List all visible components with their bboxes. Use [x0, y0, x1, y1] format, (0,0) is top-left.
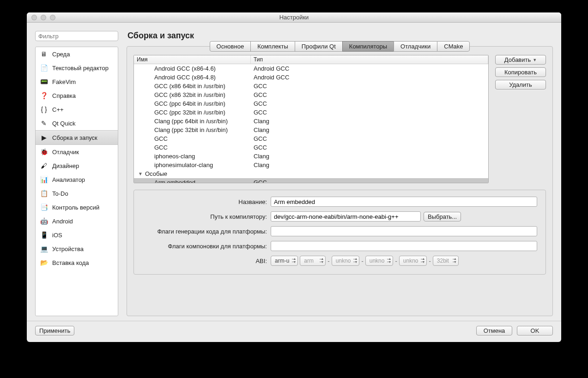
main-pane: Основное Комплекты Профили Qt Компилятор…	[127, 46, 553, 316]
vcs-icon: 📑	[39, 203, 48, 211]
table-row[interactable]: Android GCC (x86-4.8)Android GCC	[134, 73, 488, 82]
window-title: Настройки	[27, 14, 561, 21]
titlebar: Настройки	[27, 12, 561, 23]
android-icon: 🤖	[39, 217, 48, 225]
ios-icon: 📱	[39, 231, 48, 239]
traffic-lights	[27, 15, 55, 20]
stepper-icon: ▲▼	[321, 257, 324, 264]
sidebar: 🖥Среда 📄Текстовый редактор 📟FakeVim ❓Спр…	[35, 47, 118, 316]
sidebar-item-cpp[interactable]: { }C++	[36, 102, 118, 116]
pane-inner: Имя Тип Android GCC (x86-4.6)Android GCC…	[127, 55, 552, 316]
abi-arch-select[interactable]: arm▲▼	[300, 256, 326, 266]
tab-kits[interactable]: Комплекты	[250, 41, 295, 52]
sidebar-item-build-run[interactable]: ▶Сборка и запуск	[36, 130, 118, 145]
table-row[interactable]: Android GCC (x86-4.6)Android GCC	[134, 64, 488, 73]
table-row[interactable]: Clang (ppc 32bit in /usr/bin)Clang	[134, 126, 488, 134]
add-button[interactable]: Добавить▼	[495, 55, 546, 65]
bug-icon: 🐞	[39, 148, 48, 156]
ok-button[interactable]: OK	[517, 326, 553, 336]
sidebar-item-designer[interactable]: 🖌Дизайнер	[36, 159, 118, 173]
left-column: 🖥Среда 📄Текстовый редактор 📟FakeVim ❓Спр…	[35, 31, 118, 316]
top-row: Имя Тип Android GCC (x86-4.6)Android GCC…	[133, 55, 546, 183]
sidebar-item-label: Сборка и запуск	[52, 134, 97, 141]
delete-button[interactable]: Удалить	[495, 80, 546, 90]
th-type[interactable]: Тип	[251, 55, 488, 64]
link-flags-input[interactable]	[271, 241, 537, 251]
page-title: Сборка и запуск	[127, 31, 553, 41]
sidebar-item-text-editor[interactable]: 📄Текстовый редактор	[36, 61, 118, 75]
browse-button[interactable]: Выбрать...	[424, 212, 461, 222]
disclosure-triangle-icon[interactable]: ▼	[138, 170, 143, 178]
compiler-form: Название: Путь к компилятору: Выбрать...…	[133, 190, 546, 275]
sidebar-item-debugger[interactable]: 🐞Отладчик	[36, 145, 118, 159]
abi-preset-select[interactable]: arm-u▲▼	[271, 256, 298, 266]
stepper-icon: ▲▼	[293, 257, 296, 264]
tab-compilers[interactable]: Компиляторы	[342, 41, 394, 52]
table-row[interactable]: GCC (x86 64bit in /usr/bin)GCC	[134, 82, 488, 90]
compiler-path-input[interactable]	[271, 211, 421, 222]
abi-flavor-select[interactable]: unkno▲▼	[365, 256, 394, 266]
sidebar-item-analyzer[interactable]: 📊Анализатор	[36, 173, 118, 186]
sidebar-item-label: Справка	[52, 92, 76, 99]
sidebar-item-label: Android	[52, 218, 73, 225]
sidebar-item-android[interactable]: 🤖Android	[36, 214, 118, 228]
table-row[interactable]: GCC (x86 32bit in /usr/bin)GCC	[134, 90, 488, 99]
sidebar-item-todo[interactable]: 📋To-Do	[36, 186, 118, 200]
settings-window: Настройки 🖥Среда 📄Текстовый редактор 📟Fa…	[27, 12, 561, 342]
apply-button[interactable]: Применить	[35, 326, 74, 336]
abi-format-select[interactable]: unkno▲▼	[399, 256, 427, 266]
abi-os-select[interactable]: unkno▲▼	[332, 256, 360, 266]
tab-general[interactable]: Основное	[210, 41, 251, 52]
abi-width-select[interactable]: 32bit▲▼	[433, 256, 459, 266]
document-icon: 📄	[39, 64, 48, 72]
cancel-button[interactable]: Отмена	[476, 326, 512, 336]
close-icon[interactable]	[31, 15, 37, 20]
minimize-icon[interactable]	[41, 15, 46, 20]
codegen-flags-input[interactable]	[271, 226, 537, 236]
table-row[interactable]: GCCGCC	[134, 134, 488, 143]
snippets-icon: 📂	[39, 258, 48, 267]
table-row[interactable]: iphoneos-clangClang	[134, 152, 488, 161]
codegen-flags-label: Флаги генерации кода для платформы:	[142, 228, 267, 235]
table-group-custom[interactable]: ▼Особые	[134, 169, 488, 178]
footer: Применить Отмена OK	[27, 321, 561, 342]
cpp-icon: { }	[39, 105, 48, 114]
table-row[interactable]: GCC (ppc 64bit in /usr/bin)GCC	[134, 99, 488, 108]
sidebar-item-label: Отладчик	[52, 149, 79, 156]
th-name[interactable]: Имя	[134, 55, 251, 64]
sidebar-item-label: Анализатор	[52, 176, 85, 183]
sidebar-item-help[interactable]: ❓Справка	[36, 89, 118, 102]
filter-input[interactable]	[35, 31, 118, 41]
sidebar-item-devices[interactable]: 💻Устройства	[36, 242, 118, 256]
abi-label: ABI:	[142, 258, 267, 264]
monitor-icon: 🖥	[39, 50, 48, 58]
stepper-icon: ▲▼	[454, 257, 457, 264]
table-row[interactable]: iphonesimulator-clangClang	[134, 161, 488, 169]
sidebar-item-label: Устройства	[52, 246, 84, 252]
sidebar-item-fakevim[interactable]: 📟FakeVim	[36, 75, 118, 89]
body-area: 🖥Среда 📄Текстовый редактор 📟FakeVim ❓Спр…	[27, 23, 561, 321]
table-row[interactable]: GCC (ppc 32bit in /usr/bin)GCC	[134, 108, 488, 117]
help-icon: ❓	[39, 91, 48, 100]
analyzer-icon: 📊	[39, 175, 48, 184]
copy-button[interactable]: Копировать	[495, 67, 546, 77]
sidebar-item-snippets[interactable]: 📂Вставка кода	[36, 256, 118, 270]
table-row[interactable]: Arm embeddedGCC	[134, 178, 488, 183]
tab-debuggers[interactable]: Отладчики	[394, 41, 437, 52]
sidebar-item-vcs[interactable]: 📑Контроль версий	[36, 200, 118, 214]
chevron-down-icon: ▼	[533, 58, 537, 62]
name-input[interactable]	[271, 197, 537, 207]
sidebar-item-ios[interactable]: 📱iOS	[36, 228, 118, 242]
tabbar: Основное Комплекты Профили Qt Компилятор…	[127, 41, 552, 52]
table-body[interactable]: Android GCC (x86-4.6)Android GCC Android…	[134, 64, 488, 183]
table-row[interactable]: GCCGCC	[134, 143, 488, 152]
sidebar-item-environment[interactable]: 🖥Среда	[36, 47, 118, 61]
stepper-icon: ▲▼	[388, 257, 392, 264]
path-label: Путь к компилятору:	[142, 213, 267, 220]
sidebar-item-label: To-Do	[52, 190, 68, 197]
table-row[interactable]: Clang (ppc 64bit in /usr/bin)Clang	[134, 117, 488, 126]
tab-qt-profiles[interactable]: Профили Qt	[295, 41, 342, 52]
tab-cmake[interactable]: CMake	[437, 41, 470, 52]
zoom-icon[interactable]	[50, 15, 55, 20]
sidebar-item-qtquick[interactable]: ✎Qt Quick	[36, 116, 118, 130]
